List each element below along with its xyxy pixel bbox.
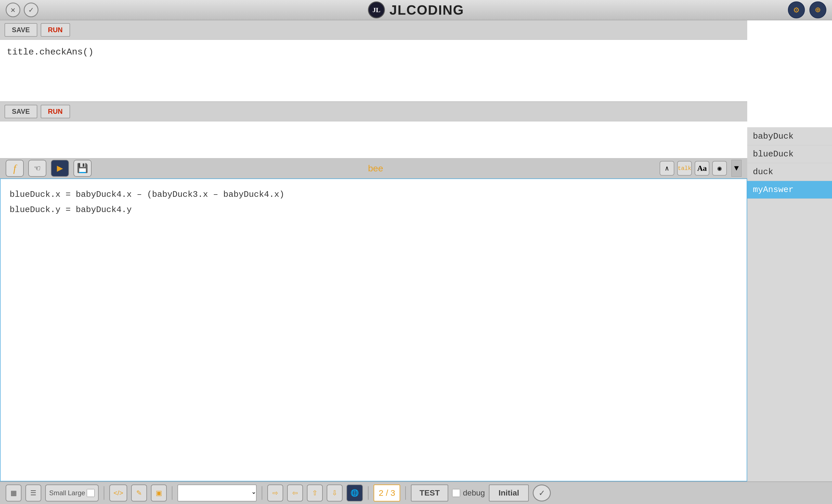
disk-icon: 💾 bbox=[77, 163, 88, 174]
sidebar-item-blueduck[interactable]: blueDuck bbox=[747, 145, 832, 163]
back-icon: ⇦ bbox=[292, 489, 298, 497]
down-icon: ⇩ bbox=[332, 489, 337, 497]
size-toggle[interactable]: Small Large bbox=[45, 484, 99, 501]
title-bar-right: ⚙ ⊕ bbox=[788, 1, 826, 18]
small-label: Small bbox=[49, 489, 66, 497]
second-code-editor[interactable] bbox=[0, 121, 747, 158]
code-button[interactable]: </> bbox=[109, 484, 127, 501]
check-button[interactable]: ✓ bbox=[24, 3, 38, 17]
code-icon: </> bbox=[113, 489, 123, 497]
initial-button[interactable]: Initial bbox=[489, 484, 529, 501]
debug-checkbox[interactable] bbox=[452, 489, 460, 497]
separator-2 bbox=[172, 486, 173, 500]
sidebar-item-babyduck[interactable]: babyDuck bbox=[747, 128, 832, 145]
separator-4 bbox=[368, 486, 368, 500]
chevron-down-icon: ▼ bbox=[734, 164, 739, 173]
sidebar-list: babyDuck blueDuck duck myAnswer bbox=[747, 128, 832, 199]
settings-button[interactable]: ⚙ bbox=[788, 1, 805, 18]
bee-label: bee bbox=[96, 163, 655, 174]
chevron-up-icon: ∧ bbox=[665, 164, 669, 172]
top-run-button[interactable]: RUN bbox=[41, 23, 70, 37]
size-checkbox[interactable] bbox=[87, 489, 95, 497]
font-button[interactable]: Aa bbox=[695, 161, 709, 176]
large-label: Large bbox=[68, 489, 85, 497]
top-code-section: SAVE RUN title.checkAns() bbox=[0, 20, 747, 102]
right-sidebar: babyDuck blueDuck duck myAnswer bbox=[747, 20, 832, 481]
font-icon: Aa bbox=[697, 164, 707, 173]
profile-icon: ⊕ bbox=[815, 4, 821, 16]
mid-run-button[interactable]: RUN bbox=[41, 105, 70, 118]
bottom-bar: ▦ ☰ Small Large </> ✎ ▣ ⇨ ⇦ ⇧ ⇩ 🌐 bbox=[0, 481, 832, 504]
sidebar-item-duck[interactable]: duck bbox=[747, 163, 832, 181]
play-button[interactable]: ▶ bbox=[51, 160, 69, 177]
left-panel: SAVE RUN title.checkAns() SAVE RUN f ☜ bbox=[0, 20, 747, 481]
separator-3 bbox=[262, 486, 262, 500]
pencil-icon: ✎ bbox=[136, 489, 142, 497]
close-button[interactable]: ✕ bbox=[6, 3, 20, 17]
dropdown-arrow-button[interactable]: ▼ bbox=[731, 160, 742, 177]
down-button[interactable]: ⇩ bbox=[327, 484, 342, 501]
top-toolbar: SAVE RUN bbox=[0, 20, 747, 40]
logo-icon: JL bbox=[368, 1, 385, 18]
world-button[interactable]: 🌐 bbox=[346, 484, 363, 501]
main-code-line1: blueDuck.x = babyDuck4.x – (babyDuck3.x … bbox=[9, 187, 737, 202]
nav-buttons: ∧ talk Aa ◉ bbox=[659, 161, 727, 176]
back-button[interactable]: ⇦ bbox=[287, 484, 303, 501]
function-icon: f bbox=[13, 162, 16, 174]
forward-button[interactable]: ⇨ bbox=[267, 484, 283, 501]
talk-icon: talk bbox=[678, 165, 691, 172]
world-icon: 🌐 bbox=[350, 489, 359, 497]
bee-toolbar: f ☜ ▶ 💾 bee ∧ talk Aa bbox=[0, 158, 747, 178]
page-indicator: 2 / 3 bbox=[373, 484, 400, 501]
debug-area: debug bbox=[452, 488, 485, 498]
hand-icon: ☜ bbox=[34, 162, 40, 174]
camera-icon: ◉ bbox=[718, 164, 722, 172]
play-icon: ▶ bbox=[57, 162, 63, 174]
talk-button[interactable]: talk bbox=[677, 161, 692, 176]
screen-button[interactable]: ▣ bbox=[151, 484, 167, 501]
sidebar-item-myanswer[interactable]: myAnswer bbox=[747, 181, 832, 199]
title-bar: ✕ ✓ JL JLCODING ⚙ ⊕ bbox=[0, 0, 832, 20]
function-button[interactable]: f bbox=[6, 160, 24, 177]
camera-button[interactable]: ◉ bbox=[712, 161, 727, 176]
up-icon: ⇧ bbox=[312, 489, 318, 497]
profile-button[interactable]: ⊕ bbox=[809, 1, 826, 18]
list-icon: ☰ bbox=[30, 489, 36, 497]
separator-1 bbox=[104, 486, 104, 500]
mid-save-button[interactable]: SAVE bbox=[4, 105, 37, 118]
pencil-button[interactable]: ✎ bbox=[131, 484, 147, 501]
grid-icon: ▦ bbox=[10, 489, 17, 497]
top-code-editor[interactable]: title.checkAns() bbox=[0, 40, 747, 102]
sidebar-canvas bbox=[747, 20, 832, 128]
second-code-section: SAVE RUN bbox=[0, 102, 747, 158]
grid-button[interactable]: ▦ bbox=[6, 484, 22, 501]
app-title: JLCODING bbox=[389, 2, 464, 18]
chevron-up-button[interactable]: ∧ bbox=[659, 161, 674, 176]
save-disk-button[interactable]: 💾 bbox=[74, 160, 92, 177]
top-save-button[interactable]: SAVE bbox=[4, 23, 37, 37]
check-icon: ✓ bbox=[539, 487, 544, 499]
main-layout: SAVE RUN title.checkAns() SAVE RUN f ☜ bbox=[0, 20, 832, 481]
confirm-button[interactable]: ✓ bbox=[533, 484, 551, 501]
list-button[interactable]: ☰ bbox=[25, 484, 41, 501]
test-button[interactable]: TEST bbox=[411, 484, 448, 501]
hand-button[interactable]: ☜ bbox=[28, 160, 46, 177]
main-code-panel[interactable]: blueDuck.x = babyDuck4.x – (babyDuck3.x … bbox=[0, 178, 747, 481]
top-code-line1: title.checkAns() bbox=[7, 46, 740, 59]
debug-label: debug bbox=[463, 488, 485, 498]
title-bar-left: ✕ ✓ bbox=[6, 3, 38, 17]
mode-select[interactable] bbox=[178, 484, 257, 501]
separator-5 bbox=[405, 486, 406, 500]
forward-icon: ⇨ bbox=[272, 489, 278, 497]
logo-area: JL JLCODING bbox=[368, 1, 464, 18]
mid-toolbar-2: SAVE RUN bbox=[0, 102, 747, 121]
main-code-line2: blueDuck.y = babyDuck4.y bbox=[9, 202, 737, 217]
screen-icon: ▣ bbox=[156, 489, 162, 497]
gear-icon: ⚙ bbox=[794, 4, 799, 16]
up-button[interactable]: ⇧ bbox=[307, 484, 323, 501]
